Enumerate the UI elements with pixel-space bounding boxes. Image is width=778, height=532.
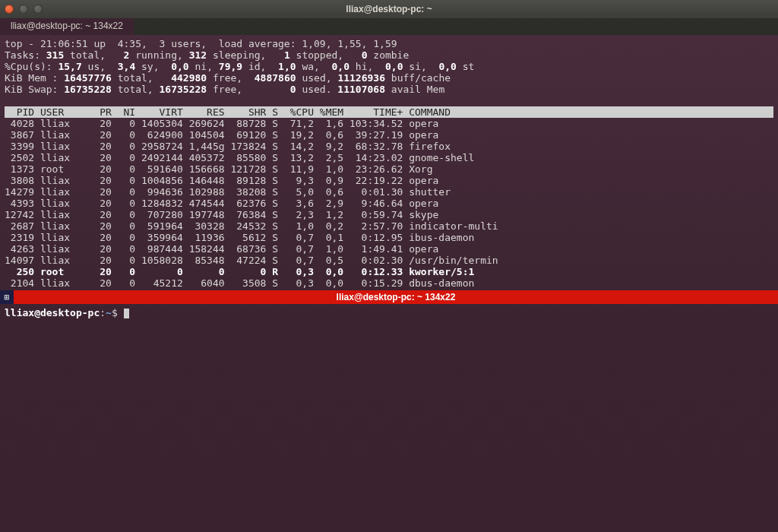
process-row: 250 root 20 0 0 0 0 R 0,3 0,0 0:12.33 kw…: [5, 266, 773, 277]
window-title: lliax@desktop-pc: ~: [0, 4, 778, 14]
cursor-icon: [124, 309, 129, 318]
process-row: 2319 lliax 20 0 359964 11936 5612 S 0,7 …: [5, 232, 773, 243]
terminal-window: lliax@desktop-pc: ~ lliax@desktop-pc: ~ …: [0, 0, 778, 532]
maximize-icon[interactable]: [33, 5, 43, 14]
prompt-user-host: lliax@desktop-pc: [5, 307, 100, 318]
process-row: 1373 root 20 0 591640 156668 121728 S 11…: [5, 163, 773, 175]
process-row: 2104 lliax 20 0 45212 6040 3508 S 0,3 0,…: [5, 277, 773, 289]
process-row: 4028 lliax 20 0 1405304 269624 88728 S 7…: [5, 118, 773, 129]
prompt-path: ~: [106, 307, 112, 318]
process-row: 2502 lliax 20 0 2492144 405372 85580 S 1…: [5, 152, 773, 163]
process-row: 3808 lliax 20 0 1004856 146448 89128 S 9…: [5, 175, 773, 186]
process-row: 4263 lliax 20 0 987444 158244 68736 S 0,…: [5, 243, 773, 255]
split-title: lliax@desktop-pc: ~ 134x22: [14, 292, 778, 302]
top-header-row: PID USER PR NI VIRT RES SHR S %CPU %MEM …: [5, 106, 773, 118]
terminator-icon: ⊞: [0, 290, 14, 304]
close-icon[interactable]: [5, 5, 14, 14]
minimize-icon[interactable]: [19, 5, 28, 14]
window-controls: [5, 5, 43, 14]
process-row: 3867 lliax 20 0 624900 104504 69120 S 19…: [5, 129, 773, 141]
process-row: 4393 lliax 20 0 1284832 474544 62376 S 3…: [5, 198, 773, 209]
tab-terminal[interactable]: lliax@desktop-pc: ~ 134x22: [0, 18, 134, 35]
process-row: 14279 lliax 20 0 994636 102988 38208 S 5…: [5, 186, 773, 198]
split-divider[interactable]: ⊞ lliax@desktop-pc: ~ 134x22: [0, 290, 778, 304]
shell-pane[interactable]: lliax@desktop-pc:~$: [0, 304, 778, 321]
prompt-sep: :: [100, 307, 106, 318]
process-row: 12742 lliax 20 0 707280 197748 76384 S 2…: [5, 209, 773, 220]
process-row: 3399 lliax 20 0 2958724 1,445g 173824 S …: [5, 141, 773, 152]
process-row: 2687 lliax 20 0 591964 30328 24532 S 1,0…: [5, 220, 773, 232]
tab-bar: lliax@desktop-pc: ~ 134x22: [0, 18, 778, 35]
process-row: 14097 lliax 20 0 1058028 85348 47224 S 0…: [5, 255, 773, 266]
prompt-suffix: $: [112, 307, 124, 318]
window-titlebar[interactable]: lliax@desktop-pc: ~: [0, 0, 778, 18]
top-output-pane[interactable]: top - 21:06:51 up 4:35, 3 users, load av…: [0, 35, 778, 290]
